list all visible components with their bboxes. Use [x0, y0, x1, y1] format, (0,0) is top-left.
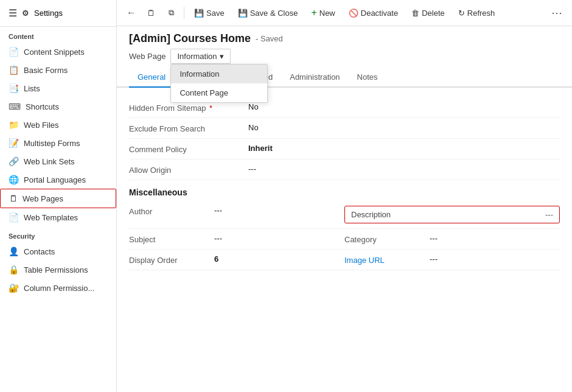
- sidebar-label: Portal Languages: [24, 175, 86, 184]
- row-subject-category: Subject --- Category ---: [129, 229, 560, 250]
- chevron-down-icon: ▾: [220, 52, 224, 61]
- save-close-label: Save & Close: [250, 9, 298, 18]
- sidebar-item-contacts[interactable]: 👤 Contacts: [0, 242, 116, 261]
- description-box: Description ---: [344, 206, 560, 223]
- sidebar-item-shortcuts[interactable]: ⌨ Shortcuts: [0, 97, 116, 116]
- sidebar-header: ☰ ⚙ Settings: [0, 0, 116, 27]
- form-title-text: [Admin] Courses Home: [129, 32, 251, 45]
- hamburger-icon[interactable]: ☰: [9, 7, 17, 19]
- back-button[interactable]: ←: [123, 5, 140, 21]
- form-type-dropdown[interactable]: Information ▾ Information Content Page: [170, 49, 230, 64]
- sidebar-item-basic-forms[interactable]: 📋 Basic Forms: [0, 61, 116, 79]
- save-close-button[interactable]: 💾 Save & Close: [232, 5, 304, 21]
- sidebar-item-content-snippets[interactable]: 📄 Content Snippets: [0, 43, 116, 61]
- col-description: Description ---: [344, 206, 560, 223]
- page-icon-button[interactable]: 🗒: [141, 5, 161, 21]
- tab-general[interactable]: General: [129, 68, 174, 88]
- sidebar-label: Lists: [24, 84, 40, 93]
- web-link-sets-icon: 🔗: [9, 156, 19, 166]
- web-pages-icon: 🗒: [9, 194, 18, 203]
- multistep-forms-icon: 📝: [9, 138, 19, 148]
- settings-icon: ⚙: [22, 9, 29, 18]
- sidebar-label: Column Permissio...: [24, 284, 94, 293]
- delete-label: Delete: [422, 9, 445, 18]
- image-url-label[interactable]: Image URL: [344, 254, 424, 265]
- col-author: Author ---: [129, 206, 344, 223]
- field-row-exclude-from-search: Exclude From Search No: [129, 118, 560, 139]
- tab-icon-button[interactable]: ⧉: [162, 5, 180, 21]
- settings-label: Settings: [34, 9, 63, 18]
- dropdown-trigger[interactable]: Information ▾: [170, 49, 230, 64]
- misc-section-title: Miscellaneous: [129, 180, 560, 201]
- refresh-label: Refresh: [467, 9, 495, 18]
- page-icon: 🗒: [147, 9, 155, 18]
- field-row-allow-origin: Allow Origin ---: [129, 159, 560, 180]
- required-asterisk: *: [209, 103, 212, 113]
- toolbar: ← 🗒 ⧉ 💾 Save 💾 Save & Close + New 🚫 Deac…: [117, 0, 572, 26]
- toolbar-divider-1: [184, 7, 184, 19]
- form-saved-status: - Saved: [256, 34, 283, 43]
- deactivate-label: Deactivate: [361, 9, 398, 18]
- new-icon: +: [311, 7, 316, 18]
- sidebar-item-column-permissions[interactable]: 🔐 Column Permissio...: [0, 279, 116, 297]
- web-templates-icon: 📄: [9, 212, 19, 222]
- image-url-value: ---: [430, 254, 560, 264]
- field-row-comment-policy: Comment Policy Inherit: [129, 139, 560, 159]
- sidebar-item-web-templates[interactable]: 📄 Web Templates: [0, 208, 116, 226]
- sidebar-item-web-link-sets[interactable]: 🔗 Web Link Sets: [0, 152, 116, 170]
- save-label: Save: [206, 9, 225, 18]
- content-snippets-icon: 📄: [9, 47, 19, 57]
- sidebar-label: Shortcuts: [26, 102, 59, 111]
- table-permissions-icon: 🔒: [9, 265, 19, 275]
- content-area: Hidden From Sitemap * No Exclude From Se…: [117, 88, 572, 392]
- sidebar-label: Contacts: [24, 247, 55, 256]
- sidebar: ☰ ⚙ Settings Content 📄 Content Snippets …: [0, 0, 117, 392]
- sidebar-label: Multistep Forms: [24, 139, 80, 148]
- exclude-from-search-label: Exclude From Search: [129, 123, 239, 133]
- comment-policy-label: Comment Policy: [129, 144, 239, 154]
- form-header: [Admin] Courses Home - Saved Web Page In…: [117, 26, 572, 64]
- category-label: Category: [344, 234, 424, 244]
- tab-administration[interactable]: Administration: [281, 68, 348, 88]
- column-permissions-icon: 🔐: [9, 283, 19, 293]
- allow-origin-label: Allow Origin: [129, 164, 239, 175]
- sidebar-label: Web Pages: [23, 194, 63, 203]
- portal-languages-icon: 🌐: [9, 175, 19, 184]
- delete-icon: 🗑: [411, 9, 419, 18]
- deactivate-button[interactable]: 🚫 Deactivate: [343, 5, 404, 21]
- comment-policy-value: Inherit: [248, 144, 560, 153]
- dropdown-menu: Information Content Page: [170, 64, 268, 103]
- shortcuts-icon: ⌨: [9, 102, 21, 111]
- sidebar-item-table-permissions[interactable]: 🔒 Table Permissions: [0, 261, 116, 279]
- save-button[interactable]: 💾 Save: [188, 5, 231, 21]
- lists-icon: 📑: [9, 83, 19, 93]
- dropdown-selected-label: Information: [177, 52, 217, 61]
- sidebar-item-portal-languages[interactable]: 🌐 Portal Languages: [0, 170, 116, 189]
- col-subject: Subject ---: [129, 234, 344, 244]
- refresh-button[interactable]: ↻ Refresh: [452, 5, 501, 21]
- new-button[interactable]: + New: [305, 4, 341, 21]
- contacts-icon: 👤: [9, 247, 19, 256]
- sidebar-label: Web Templates: [24, 213, 78, 222]
- web-files-icon: 📁: [9, 120, 19, 130]
- display-order-value: 6: [214, 254, 344, 264]
- sidebar-label: Web Files: [24, 121, 59, 130]
- description-value: ---: [545, 210, 553, 219]
- content-section-title: Content: [0, 27, 116, 43]
- more-options-button[interactable]: ⋯: [548, 4, 566, 22]
- delete-button[interactable]: 🗑 Delete: [405, 5, 451, 21]
- deactivate-icon: 🚫: [349, 9, 358, 18]
- sidebar-item-web-pages[interactable]: 🗒 Web Pages: [0, 189, 116, 208]
- row-author-description: Author --- Description ---: [129, 201, 560, 229]
- save-icon: 💾: [194, 9, 204, 18]
- save-close-icon: 💾: [238, 9, 248, 18]
- main-panel: ← 🗒 ⧉ 💾 Save 💾 Save & Close + New 🚫 Deac…: [117, 0, 572, 392]
- sidebar-item-lists[interactable]: 📑 Lists: [0, 79, 116, 97]
- dropdown-option-content-page[interactable]: Content Page: [171, 83, 267, 102]
- hidden-from-sitemap-value: No: [248, 102, 560, 111]
- form-title: [Admin] Courses Home - Saved: [129, 32, 560, 45]
- sidebar-item-web-files[interactable]: 📁 Web Files: [0, 116, 116, 134]
- dropdown-option-information[interactable]: Information: [171, 65, 267, 83]
- tab-notes[interactable]: Notes: [349, 68, 386, 88]
- sidebar-item-multistep-forms[interactable]: 📝 Multistep Forms: [0, 134, 116, 152]
